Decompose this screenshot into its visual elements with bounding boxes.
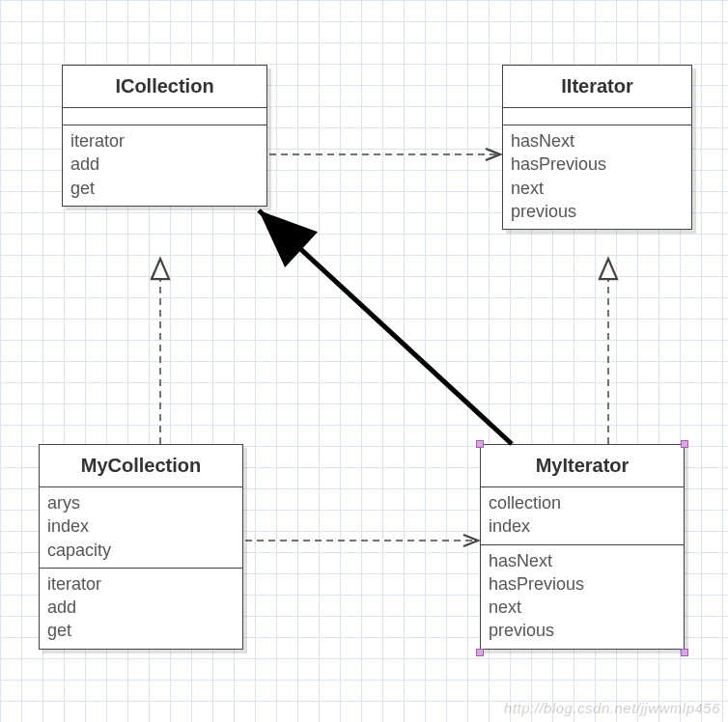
method: previous [511,200,684,223]
class-attributes: collection index [481,487,684,545]
attribute: collection [489,491,676,514]
method: get [47,619,235,642]
class-methods: iterator add get [63,125,266,206]
attribute: arys [47,491,235,514]
method: get [70,177,259,200]
class-attributes-empty [63,108,266,125]
method: iterator [70,129,259,153]
selection-handle[interactable] [681,440,688,448]
method: previous [489,619,676,642]
method: next [511,177,684,200]
class-methods: hasNext hasPrevious next previous [503,125,691,229]
class-title: MyCollection [40,445,242,487]
class-methods: hasNext hasPrevious next previous [481,545,684,649]
class-title: IIterator [503,66,691,108]
method: next [489,596,676,619]
method: hasNext [489,549,676,572]
method: hasPrevious [489,572,676,596]
class-icollection[interactable]: ICollection iterator add get [62,65,267,207]
class-myiterator[interactable]: MyIterator collection index hasNext hasP… [480,444,685,650]
selection-handle[interactable] [681,649,688,656]
class-title: ICollection [63,66,266,108]
class-attributes-empty [503,108,691,125]
method: hasPrevious [511,153,684,176]
class-attributes: arys index capacity [40,487,242,569]
method: add [70,153,259,176]
selection-handle[interactable] [476,440,484,448]
class-methods: iterator add get [40,569,242,649]
class-title: MyIterator [481,445,684,487]
attribute: index [489,514,676,538]
attribute: capacity [47,539,235,562]
watermark-text: http://blog.csdn.net/jjwwmlp456 [504,700,720,716]
class-iiterator[interactable]: IIterator hasNext hasPrevious next previ… [502,65,692,230]
method: add [47,596,235,619]
class-mycollection[interactable]: MyCollection arys index capacity iterato… [39,444,243,650]
attribute: index [47,514,235,538]
selection-handle[interactable] [476,649,484,656]
method: iterator [47,572,235,596]
method: hasNext [511,129,684,153]
